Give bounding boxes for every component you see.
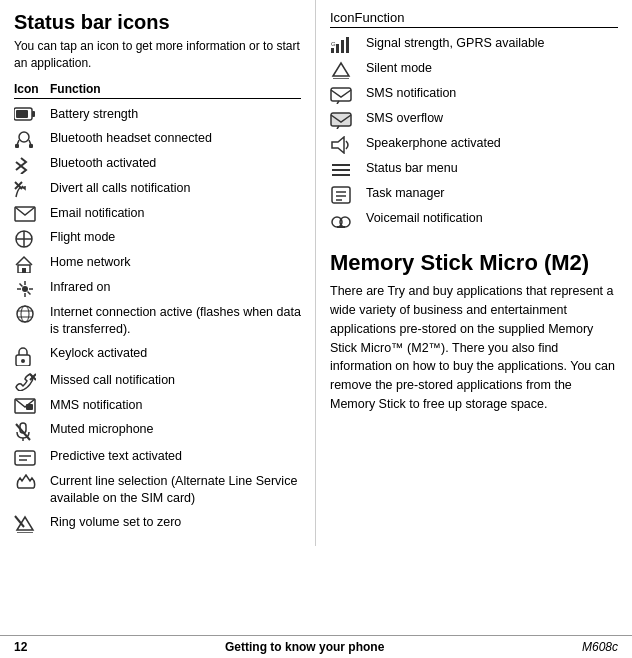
home-icon: [14, 254, 50, 273]
line-sel-icon: [14, 473, 50, 492]
func-text: Speakerphone activated: [366, 135, 618, 153]
func-text: Divert all calls notification: [50, 180, 301, 198]
right-col-icon-label: Icon: [330, 10, 355, 25]
svg-text:G: G: [331, 41, 336, 47]
table-row: Battery strength: [14, 103, 301, 127]
svg-rect-34: [26, 404, 33, 410]
svg-line-24: [28, 291, 31, 294]
func-text: Internet connection active (flashes when…: [50, 304, 301, 339]
left-section-title: Status bar icons: [14, 10, 301, 34]
bluetooth-icon: [14, 155, 50, 174]
divert-icon: [14, 180, 50, 199]
right-table-header: Icon Function: [330, 10, 618, 28]
svg-marker-54: [332, 137, 344, 153]
flight-icon: [14, 229, 50, 248]
muted-icon: [14, 421, 50, 442]
table-row: Current line selection (Alternate Line S…: [14, 470, 301, 511]
svg-point-26: [21, 306, 29, 322]
predictive-icon: [14, 448, 50, 467]
func-text: Bluetooth headset connected: [50, 130, 301, 148]
func-text: Email notification: [50, 205, 301, 223]
svg-rect-7: [29, 144, 33, 148]
svg-line-23: [20, 283, 23, 286]
memory-section-title: Memory Stick Micro (M2): [330, 250, 618, 276]
svg-rect-45: [336, 44, 339, 53]
svg-rect-47: [346, 37, 349, 53]
func-text: Missed call notification: [50, 372, 301, 390]
svg-point-3: [19, 132, 29, 142]
table-row: Bluetooth headset connected: [14, 127, 301, 152]
ring-zero-icon: [14, 514, 50, 533]
sms-icon: [330, 85, 366, 104]
svg-point-25: [17, 306, 33, 322]
svg-rect-46: [341, 40, 344, 53]
func-text: Keylock activated: [50, 345, 301, 363]
func-text: Battery strength: [50, 106, 301, 124]
right-col-func-label: Function: [355, 10, 405, 25]
func-text: Muted microphone: [50, 421, 301, 439]
func-text: SMS notification: [366, 85, 618, 103]
mms-icon: [14, 397, 50, 414]
left-table-body: Battery strength Bluetooth headset conne…: [14, 103, 301, 536]
svg-rect-52: [331, 113, 351, 126]
func-text: Ring volume set to zero: [50, 514, 301, 532]
left-section-subtitle: You can tap an icon to get more informat…: [14, 38, 301, 72]
func-text: MMS notification: [50, 397, 301, 415]
internet-icon: [14, 304, 50, 323]
svg-rect-38: [15, 451, 35, 465]
svg-rect-44: [331, 48, 334, 53]
svg-rect-17: [22, 268, 26, 273]
col-func-label: Function: [50, 82, 101, 96]
table-row: SMS overflow: [330, 107, 618, 132]
table-row: Speakerphone activated: [330, 132, 618, 157]
voicemail-icon: [330, 210, 366, 229]
right-table-body: G Signal strength, GPRS available Silent…: [330, 32, 618, 232]
func-text: Predictive text activated: [50, 448, 301, 466]
table-row: Divert all calls notification: [14, 177, 301, 202]
table-row: Status bar menu: [330, 157, 618, 182]
table-row: Infrared on: [14, 276, 301, 301]
table-row: MMS notification: [14, 394, 301, 418]
table-row: Ring volume set to zero: [14, 511, 301, 536]
signal-gprs-icon: G: [330, 35, 366, 54]
func-text: Current line selection (Alternate Line S…: [50, 473, 301, 508]
table-row: SMS notification: [330, 82, 618, 107]
page-number: 12: [14, 640, 27, 654]
left-table-header: Icon Function: [14, 82, 301, 99]
table-row: Internet connection active (flashes when…: [14, 301, 301, 342]
svg-rect-50: [331, 88, 351, 101]
table-row: Home network: [14, 251, 301, 276]
table-row: Silent mode: [330, 57, 618, 82]
table-row: Flight mode: [14, 226, 301, 251]
func-text: Flight mode: [50, 229, 301, 247]
table-row: Missed call notification: [14, 369, 301, 394]
silent-icon: [330, 60, 366, 79]
battery-icon: [14, 106, 50, 121]
func-text: Silent mode: [366, 60, 618, 78]
keylock-icon: [14, 345, 50, 366]
missed-call-icon: [14, 372, 50, 391]
svg-point-18: [22, 286, 28, 292]
table-row: Keylock activated: [14, 342, 301, 369]
bottom-section-title: Getting to know your phone: [225, 640, 384, 654]
func-text: Bluetooth activated: [50, 155, 301, 173]
speakerphone-icon: [330, 135, 366, 154]
table-row: Predictive text activated: [14, 445, 301, 470]
svg-line-9: [16, 166, 21, 170]
status-menu-icon: [330, 160, 366, 179]
table-row: Bluetooth activated: [14, 152, 301, 177]
func-text: SMS overflow: [366, 110, 618, 128]
func-text: Voicemail notification: [366, 210, 618, 228]
model-label: M608c: [582, 640, 618, 654]
col-icon-label: Icon: [14, 82, 50, 96]
table-row: Task manager: [330, 182, 618, 207]
bottom-bar: 12 Getting to know your phone M608c: [0, 635, 632, 658]
sms-overflow-icon: [330, 110, 366, 129]
task-mgr-icon: [330, 185, 366, 204]
svg-rect-1: [32, 111, 35, 117]
svg-point-30: [21, 359, 25, 363]
func-text: Status bar menu: [366, 160, 618, 178]
table-row: Voicemail notification: [330, 207, 618, 232]
table-row: Email notification: [14, 202, 301, 226]
table-row: G Signal strength, GPRS available: [330, 32, 618, 57]
